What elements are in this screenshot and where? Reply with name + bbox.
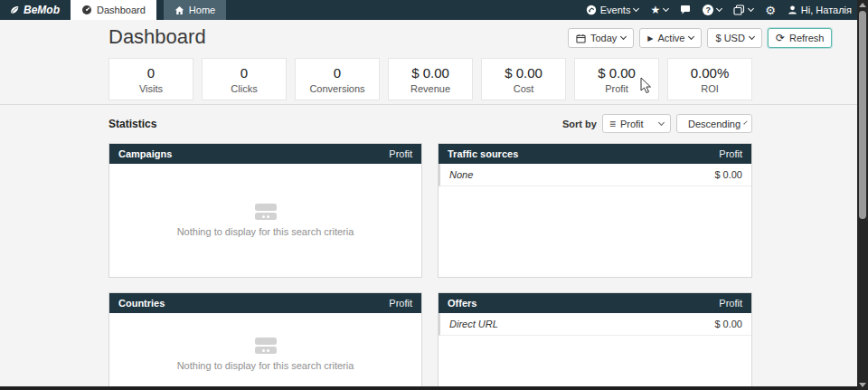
- refresh-label: Refresh: [789, 33, 825, 43]
- panel-title: Campaigns: [118, 148, 172, 159]
- list-icon: ≡: [609, 118, 616, 130]
- sort-by-label: Sort by: [562, 119, 597, 129]
- row-value: $ 0.00: [714, 169, 742, 180]
- stat-label: Visits: [139, 83, 163, 94]
- stat-card-visits: 0 Visits: [108, 58, 193, 100]
- stat-label: Clicks: [231, 83, 257, 94]
- star-icon: ★: [650, 4, 660, 16]
- panel-offers: Offers Profit Direct URL $ 0.00: [438, 292, 752, 390]
- favorites-menu[interactable]: ★: [650, 4, 668, 16]
- panel-countries: Countries Profit Nothing to display for …: [108, 292, 422, 390]
- windows-icon: [733, 5, 745, 15]
- table-row[interactable]: None $ 0.00: [439, 164, 751, 186]
- panel-header: Offers Profit: [439, 293, 751, 313]
- chevron-down-icon: [658, 119, 665, 125]
- chevron-down-icon: [688, 33, 694, 40]
- chat-button[interactable]: [680, 5, 691, 15]
- sort-order-select[interactable]: Descending: [676, 114, 752, 133]
- currency-label: $ USD: [715, 33, 744, 43]
- scroll-down-arrow[interactable]: [859, 383, 866, 387]
- stat-label: Revenue: [410, 83, 450, 94]
- bemob-logo[interactable]: BeMob: [0, 0, 71, 20]
- stat-value: 0: [334, 65, 341, 81]
- panel-title: Countries: [118, 298, 165, 309]
- empty-state: Nothing to display for this search crite…: [109, 164, 421, 277]
- section-divider: [0, 104, 857, 105]
- top-navbar: BeMob Dashboard Home Events ★: [0, 0, 868, 20]
- table-row[interactable]: Direct URL $ 0.00: [439, 313, 751, 336]
- refresh-icon: ⟳: [776, 32, 785, 44]
- panel-header: Countries Profit: [109, 293, 421, 313]
- stat-value: 0: [147, 65, 155, 81]
- empty-data-icon: [255, 338, 277, 354]
- help-menu[interactable]: ?: [703, 5, 722, 15]
- user-icon: [788, 5, 797, 15]
- panel-metric-label: Profit: [389, 298, 412, 309]
- vertical-scrollbar[interactable]: [857, 0, 868, 390]
- stat-card-cost: $ 0.00 Cost: [481, 58, 566, 100]
- home-icon: [175, 5, 184, 15]
- leaf-logo-icon: [9, 5, 20, 15]
- stat-value: 0: [241, 65, 248, 81]
- stat-label: Profit: [605, 83, 628, 94]
- gear-icon: ⚙: [765, 4, 776, 17]
- tab-dashboard[interactable]: Dashboard: [71, 0, 156, 20]
- scrollbar-thumb[interactable]: [859, 11, 866, 219]
- chevron-down-icon: [620, 33, 627, 40]
- tab-home-label: Home: [189, 5, 215, 15]
- empty-state: Nothing to display for this search crite…: [109, 313, 421, 390]
- user-label: Hi, Наталія: [801, 5, 852, 15]
- calendar-icon: [576, 33, 586, 43]
- help-icon: ?: [703, 5, 713, 15]
- chevron-down-icon: [749, 33, 755, 40]
- tab-home[interactable]: Home: [164, 0, 226, 20]
- panel-campaigns: Campaigns Profit Nothing to display for …: [108, 143, 422, 278]
- date-range-button[interactable]: Today: [568, 28, 634, 48]
- stat-value: $ 0.00: [411, 65, 449, 81]
- refresh-button[interactable]: ⟳ Refresh: [768, 28, 833, 48]
- sort-order-value: Descending: [688, 119, 741, 129]
- panel-header: Traffic sources Profit: [439, 144, 751, 164]
- sort-field-select[interactable]: ≡ Profit: [602, 114, 671, 133]
- empty-state-text: Nothing to display for this search crite…: [177, 360, 354, 371]
- stat-label: Cost: [514, 83, 534, 94]
- user-menu[interactable]: Hi, Наталія: [788, 5, 852, 15]
- stat-card-roi: 0.00% ROI: [667, 58, 752, 100]
- dashboard-gauge-icon: [81, 5, 92, 15]
- stat-cards-row: 0 Visits 0 Clicks 0 Conversions $ 0.00 R…: [108, 58, 752, 100]
- events-label: Events: [600, 5, 631, 15]
- panel-metric-label: Profit: [389, 148, 412, 159]
- chevron-down-icon: [716, 5, 722, 12]
- stat-card-revenue: $ 0.00 Revenue: [388, 58, 473, 100]
- header-actions: Today ▶ Active $ USD ⟳ Refresh: [568, 28, 832, 48]
- panel-metric-label: Profit: [719, 148, 742, 159]
- panel-title: Offers: [448, 298, 476, 309]
- stat-label: ROI: [701, 83, 719, 94]
- panel-header: Campaigns Profit: [109, 144, 421, 164]
- stat-label: Conversions: [309, 83, 364, 94]
- play-icon: ▶: [647, 34, 653, 43]
- stat-value: 0.00%: [691, 65, 730, 81]
- sort-controls: Sort by ≡ Profit Descending: [562, 114, 752, 133]
- row-name: None: [449, 169, 473, 180]
- chevron-down-icon: [663, 5, 669, 12]
- panel-title: Traffic sources: [448, 148, 518, 159]
- status-filter-button[interactable]: ▶ Active: [639, 28, 702, 48]
- row-value: $ 0.00: [714, 319, 742, 329]
- panel-traffic-sources: Traffic sources Profit None $ 0.00: [438, 143, 752, 278]
- settings-button[interactable]: ⚙: [765, 4, 776, 17]
- row-name: Direct URL: [449, 319, 498, 329]
- currency-button[interactable]: $ USD: [707, 28, 761, 48]
- events-menu[interactable]: Events: [586, 5, 639, 15]
- sort-field-value: Profit: [620, 119, 644, 129]
- horizontal-scrollbar[interactable]: [0, 386, 857, 390]
- chevron-down-icon: [633, 5, 639, 12]
- stat-value: $ 0.00: [598, 65, 636, 81]
- empty-data-icon: [255, 204, 277, 220]
- chevron-down-icon: [748, 5, 754, 12]
- workspace-menu[interactable]: [733, 5, 753, 15]
- stat-card-clicks: 0 Clicks: [202, 58, 287, 100]
- scroll-up-arrow[interactable]: [859, 3, 866, 7]
- date-range-label: Today: [590, 33, 617, 43]
- chevron-down-icon: [743, 120, 747, 124]
